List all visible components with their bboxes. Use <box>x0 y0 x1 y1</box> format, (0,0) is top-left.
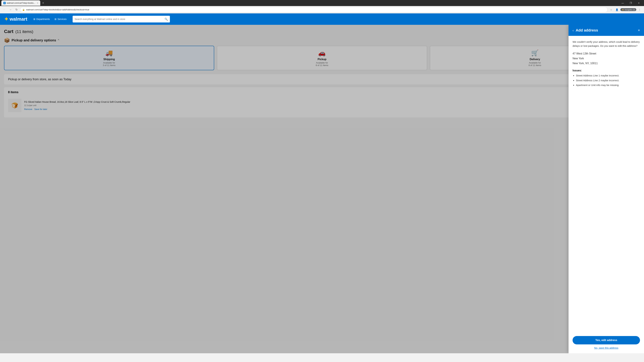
address-line1: 47 West 13th Street <box>572 51 640 56</box>
reload-btn[interactable]: ↻ <box>14 7 19 12</box>
add-address-panel: ‹ Add address × We couldn't verify your … <box>568 25 644 353</box>
minimize-btn[interactable]: — <box>619 0 626 6</box>
verify-message: We couldn't verify your address, which c… <box>572 40 640 48</box>
address-bar[interactable]: 🔒 walmart.com/cart?step=bookslot&ss=addA… <box>20 7 608 12</box>
address-line2: New York <box>572 56 640 61</box>
departments-label: Departments <box>36 18 50 20</box>
tab-favicon: W <box>3 2 6 4</box>
list-item: Apartment or Unit info may be missing. <box>576 83 640 87</box>
list-item: Street Address Line 1 maybe incorrect. <box>576 74 640 78</box>
menu-btn[interactable]: ⋮ <box>637 7 642 12</box>
incognito-badge: 🕵 Incognito (3) <box>620 8 636 11</box>
incognito-icon: 🕵 <box>622 8 624 11</box>
edit-address-btn[interactable]: Yes, edit address <box>572 336 640 345</box>
new-tab-btn[interactable]: + <box>41 1 46 5</box>
panel-back-btn[interactable]: ‹ <box>572 28 574 32</box>
browser-tab-bar: W walmart.com/cart?step=books... × + — ❐… <box>0 0 644 6</box>
search-icon: 🔍 <box>164 17 168 21</box>
close-btn[interactable]: × <box>635 0 643 6</box>
services-nav-item[interactable]: ⊞ Services <box>52 17 68 21</box>
browser-actions: ☆ 👤 🕵 Incognito (3) ⋮ <box>609 7 642 12</box>
main-content: Cart (11 items) 📦 Pickup and delivery op… <box>0 25 644 353</box>
services-label: Services <box>58 18 66 20</box>
spark-icon: ✦ <box>4 16 8 22</box>
search-input[interactable] <box>75 18 163 20</box>
list-item: Street Address Line 2 maybe incorrect. <box>576 79 640 82</box>
panel-close-btn[interactable]: × <box>638 28 640 32</box>
browser-controls: ← → ↻ 🔒 walmart.com/cart?step=bookslot&s… <box>0 6 644 13</box>
modal-overlay <box>0 25 644 353</box>
issues-list: Street Address Line 1 maybe incorrect. S… <box>572 74 640 87</box>
active-tab[interactable]: W walmart.com/cart?step=books... × <box>1 0 40 6</box>
panel-header: ‹ Add address × <box>568 25 644 36</box>
tab-close-btn[interactable]: × <box>37 2 38 4</box>
bookmark-btn[interactable]: ☆ <box>609 7 614 12</box>
services-dots-icon: ⊞ <box>54 18 56 20</box>
main-nav: ⊞ Departments ⊞ Services <box>31 17 68 21</box>
forward-btn[interactable]: → <box>8 7 13 12</box>
url-text: walmart.com/cart?step=bookslot&ss=addAdd… <box>26 8 606 11</box>
restore-btn[interactable]: ❐ <box>627 0 634 6</box>
grid-icon: ⊞ <box>33 18 36 20</box>
back-btn[interactable]: ← <box>2 7 7 12</box>
panel-body: We couldn't verify your address, which c… <box>568 36 644 333</box>
logo-text: walmart <box>10 16 27 22</box>
address-line3: New York, NY, 10011 <box>572 61 640 66</box>
departments-nav-item[interactable]: ⊞ Departments <box>31 17 52 21</box>
window-controls: — ❐ × <box>619 0 643 6</box>
walmart-header: ✦ walmart ⊞ Departments ⊞ Services 🔍 <box>0 13 644 25</box>
panel-title: Add address <box>576 28 636 32</box>
incognito-label: Incognito (3) <box>625 9 635 11</box>
walmart-logo[interactable]: ✦ walmart <box>4 16 27 22</box>
save-address-btn[interactable]: No, save this address <box>572 347 640 349</box>
lock-icon: 🔒 <box>22 8 25 11</box>
tab-title: walmart.com/cart?step=books... <box>7 2 35 4</box>
address-display: 47 West 13th Street New York New York, N… <box>572 51 640 66</box>
search-bar[interactable]: 🔍 <box>72 16 170 22</box>
issues-title: Issues: <box>572 69 640 72</box>
profile-btn[interactable]: 👤 <box>615 7 619 12</box>
panel-footer: Yes, edit address No, save this address <box>568 333 644 353</box>
